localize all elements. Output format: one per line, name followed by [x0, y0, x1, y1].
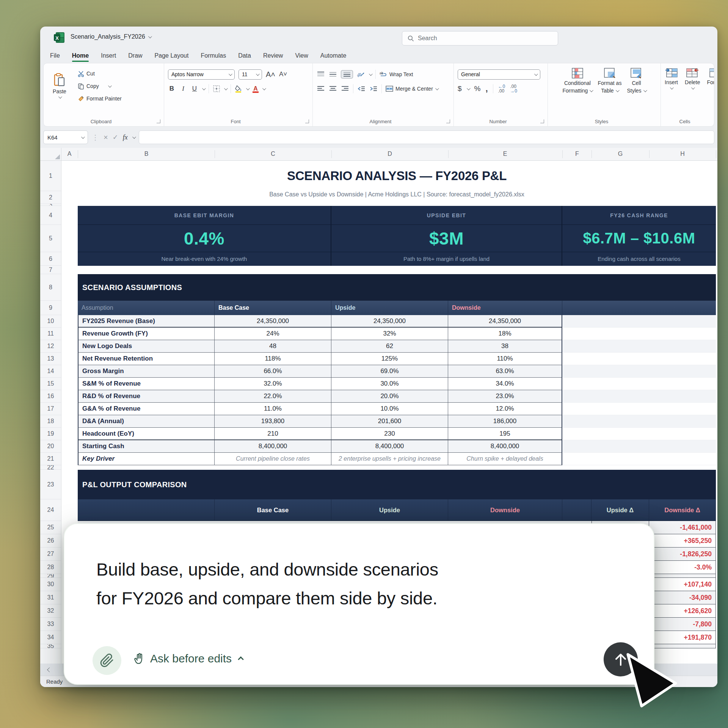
row-header[interactable]: 23 — [40, 470, 61, 499]
enter-icon[interactable]: ✓ — [113, 133, 118, 141]
column-header-a[interactable]: A — [67, 151, 72, 157]
ask-before-edits-toggle[interactable]: Ask before edits — [133, 652, 243, 665]
paste-button[interactable]: Paste — [47, 68, 72, 104]
increase-font-icon[interactable]: A˄ — [266, 70, 275, 79]
cell[interactable]: 63.0% — [448, 365, 562, 378]
downside-delta-cell[interactable]: +365,250 — [649, 534, 716, 548]
menu-automate[interactable]: Automate — [320, 52, 346, 59]
cell[interactable]: 66.0% — [215, 365, 331, 378]
cell[interactable]: 48 — [215, 340, 331, 353]
row-header[interactable]: 16 — [40, 390, 61, 403]
pnl-header-downside-delta[interactable]: Downside Δ — [649, 499, 716, 521]
format-painter-button[interactable]: Format Painter — [78, 94, 122, 104]
cell[interactable]: 18% — [448, 328, 562, 340]
cell[interactable]: 8,400,000 — [448, 440, 562, 453]
decrease-decimal-icon[interactable]: .00→0 — [510, 84, 517, 93]
row-header[interactable]: 17 — [40, 403, 61, 415]
cell[interactable] — [649, 574, 716, 578]
cell[interactable]: R&D % of Revenue — [78, 390, 215, 403]
cell[interactable]: G&A % of Revenue — [78, 403, 215, 415]
orientation-chevron-icon[interactable] — [369, 72, 373, 76]
menu-review[interactable]: Review — [263, 52, 283, 59]
row-header[interactable]: 25 — [40, 521, 61, 534]
column-header-e[interactable]: E — [503, 151, 507, 157]
menu-draw[interactable]: Draw — [128, 52, 142, 59]
row-header[interactable]: 8 — [40, 274, 61, 301]
row-header[interactable]: 10 — [40, 315, 61, 328]
row-header[interactable]: 30 — [40, 578, 61, 591]
cell[interactable]: 62 — [331, 340, 448, 353]
delete-cells-button[interactable]: Delete — [685, 68, 700, 89]
font-size-select[interactable]: 11 — [238, 69, 262, 80]
underline-button[interactable]: U — [191, 85, 198, 93]
header-base-case[interactable]: Base Case — [215, 301, 331, 315]
cell[interactable]: 24,350,000 — [215, 315, 331, 328]
row-header[interactable]: 20 — [40, 440, 61, 453]
italic-button[interactable]: I — [179, 85, 187, 93]
format-as-table-button[interactable]: Format as Table — [598, 68, 621, 94]
font-name-select[interactable]: Aptos Narrow — [168, 69, 235, 80]
orientation-icon[interactable]: ab — [357, 71, 365, 78]
alignment-dialog-launcher-icon[interactable] — [446, 119, 450, 123]
row-header[interactable]: 21 — [40, 453, 61, 465]
cell[interactable]: 34.0% — [448, 378, 562, 390]
cell[interactable]: Starting Cash — [78, 440, 215, 453]
row-header[interactable]: 14 — [40, 365, 61, 378]
cell[interactable]: 193,800 — [215, 415, 331, 428]
column-header-c[interactable]: C — [271, 151, 275, 157]
row-header[interactable]: 11 — [40, 328, 61, 340]
copy-button[interactable]: Copy — [78, 81, 122, 91]
row-header[interactable]: 29 — [40, 574, 61, 578]
cell[interactable]: 24,350,000 — [448, 315, 562, 328]
pnl-header-upside[interactable]: Upside — [331, 499, 448, 521]
submit-button[interactable] — [604, 642, 638, 676]
cell[interactable]: 118% — [215, 353, 331, 365]
cell[interactable] — [649, 644, 716, 648]
cell[interactable]: Current pipeline close rates — [215, 453, 331, 465]
kpi-card-base-ebit[interactable]: BASE EBIT MARGIN 0.4% Near break-even wi… — [78, 206, 331, 266]
search-box[interactable]: Search — [402, 31, 558, 46]
number-format-select[interactable]: General — [458, 69, 540, 80]
cell[interactable]: Net Revenue Retention — [78, 353, 215, 365]
cell[interactable]: 11.0% — [215, 403, 331, 415]
align-right-icon[interactable] — [341, 86, 349, 92]
cell[interactable]: Headcount (EoY) — [78, 428, 215, 440]
comma-style-icon[interactable]: , — [485, 84, 488, 94]
cell[interactable]: Revenue Growth (FY) — [78, 328, 215, 340]
insert-function-icon[interactable]: fx — [123, 133, 128, 141]
cell[interactable]: 230 — [331, 428, 448, 440]
cell[interactable]: Churn spike + delayed deals — [448, 453, 562, 465]
cell[interactable]: 125% — [331, 353, 448, 365]
report-subtitle-row[interactable]: Base Case vs Upside vs Downside | Acme H… — [78, 191, 716, 204]
row-header[interactable]: 28 — [40, 561, 61, 574]
row-header[interactable]: 35 — [40, 644, 61, 648]
cell[interactable]: 32.0% — [215, 378, 331, 390]
row-header[interactable]: 4 — [40, 206, 61, 225]
cell[interactable]: 195 — [448, 428, 562, 440]
menu-data[interactable]: Data — [238, 52, 251, 59]
row-header[interactable]: 12 — [40, 340, 61, 353]
kpi-card-upside-ebit[interactable]: UPSIDE EBIT $3M Path to 8%+ margin if up… — [331, 206, 562, 266]
row-header[interactable]: 18 — [40, 415, 61, 428]
row-header[interactable]: 22 — [40, 465, 61, 470]
select-all-corner[interactable] — [40, 148, 61, 160]
pnl-header-upside-delta[interactable]: Upside Δ — [592, 499, 649, 521]
row-header[interactable]: 15 — [40, 378, 61, 390]
cut-button[interactable]: Cut — [78, 69, 122, 78]
attach-button[interactable] — [93, 646, 121, 675]
fx-chevron-icon[interactable] — [132, 135, 136, 139]
cell[interactable]: FY2025 Revenue (Base) — [78, 315, 215, 328]
row-header[interactable]: 19 — [40, 428, 61, 440]
row-header[interactable]: 24 — [40, 499, 61, 521]
name-box[interactable]: K64 — [43, 130, 88, 144]
clipboard-dialog-launcher-icon[interactable] — [157, 119, 160, 123]
document-title[interactable]: Scenario_Analysis_FY2026 — [71, 33, 151, 40]
cell[interactable]: 210 — [215, 428, 331, 440]
row-header[interactable]: 1 — [40, 161, 61, 191]
borders-icon[interactable] — [213, 85, 220, 93]
accounting-format-icon[interactable]: $ — [458, 85, 462, 93]
row-header[interactable]: 34 — [40, 631, 61, 644]
increase-indent-icon[interactable] — [369, 86, 378, 92]
menu-view[interactable]: View — [295, 52, 308, 59]
menu-file[interactable]: File — [50, 52, 60, 59]
